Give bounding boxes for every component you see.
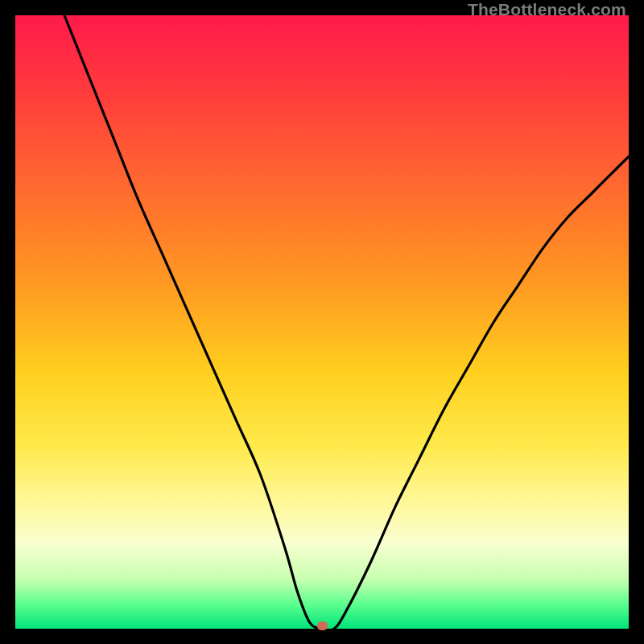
curve-path (64, 15, 629, 630)
outer-frame: TheBottleneck.com (0, 0, 644, 644)
bottleneck-curve (15, 15, 629, 629)
optimal-point-marker (317, 621, 328, 630)
